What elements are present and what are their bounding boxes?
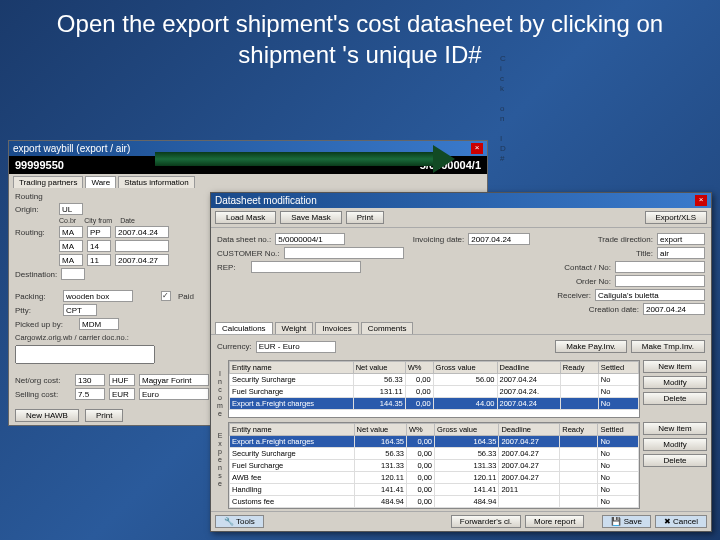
cargo-input[interactable]: [15, 345, 155, 364]
rep-label: REP:: [217, 263, 247, 272]
contact-label: Contact / No:: [564, 263, 611, 272]
invdate-input[interactable]: [468, 233, 530, 245]
table-row[interactable]: Security Surcharge56.330,0056.002007.04.…: [230, 374, 639, 386]
r1c1[interactable]: [59, 226, 83, 238]
r3c1[interactable]: [59, 254, 83, 266]
expense-new-button[interactable]: New item: [643, 422, 707, 435]
new-hawb-button[interactable]: New HAWB: [15, 409, 79, 422]
currency-label: Currency:: [217, 342, 252, 351]
forwarders-button[interactable]: Forwarder's cl.: [451, 515, 521, 528]
tab-invoices[interactable]: Invoices: [315, 322, 358, 334]
contact-input[interactable]: [615, 261, 705, 273]
dsnum-label: Data sheet no.:: [217, 235, 271, 244]
routing-label-1: Routing:: [15, 228, 55, 237]
r2c1[interactable]: [59, 240, 83, 252]
datasheet-titlebar[interactable]: Datasheet modification ×: [211, 193, 711, 208]
origin-input[interactable]: [59, 203, 83, 215]
datasheet-title: Datasheet modification: [215, 195, 317, 206]
close-icon[interactable]: ×: [695, 195, 707, 206]
receiver-label: Receiver:: [557, 291, 591, 300]
arrow-graphic: [155, 148, 455, 170]
more-report-button[interactable]: More report: [525, 515, 584, 528]
picked-input[interactable]: [79, 318, 119, 330]
income-new-button[interactable]: New item: [643, 360, 707, 373]
table-row[interactable]: Customs fee484.940,00484.94No: [230, 496, 639, 508]
r3c2[interactable]: [87, 254, 111, 266]
packing-label: Packing:: [15, 292, 59, 301]
load-mask-button[interactable]: Load Mask: [215, 211, 276, 224]
cdate-input[interactable]: [643, 303, 705, 315]
receiver-input[interactable]: [595, 289, 705, 301]
tab-status[interactable]: Status information: [118, 176, 194, 188]
table-row[interactable]: AWB fee120.110,00120.112007.04.27No: [230, 472, 639, 484]
trade-select[interactable]: [657, 233, 705, 245]
sellcost-label: Selling cost:: [15, 390, 71, 399]
sellcost-input[interactable]: [75, 388, 105, 400]
origin-label: Origin:: [15, 205, 55, 214]
netcost-label: Net/org cost:: [15, 376, 71, 385]
tab-calculations[interactable]: Calculations: [215, 322, 273, 334]
orderno-label: Order No:: [576, 277, 611, 286]
waybill-title: export waybill (export / air): [13, 143, 130, 154]
ds-save-button[interactable]: 💾 Save: [602, 515, 650, 528]
custno-input[interactable]: [284, 247, 404, 259]
r1c2[interactable]: [87, 226, 111, 238]
title-select[interactable]: [657, 247, 705, 259]
r2c2[interactable]: [87, 240, 111, 252]
ds-print-button[interactable]: Print: [346, 211, 384, 224]
dest-label: Destination:: [15, 270, 57, 279]
sellcost-cur[interactable]: [109, 388, 135, 400]
table-row[interactable]: Handling141.410,00141.412011No: [230, 484, 639, 496]
export-xls-button[interactable]: Export/XLS: [645, 211, 707, 224]
packing-select[interactable]: [63, 290, 133, 302]
currency-select[interactable]: [256, 341, 336, 353]
datasheet-tabs: Calculations Weight Invoices Comments: [211, 320, 711, 334]
tab-trading-partners[interactable]: Trading partners: [13, 176, 83, 188]
ds-cancel-button[interactable]: ✖ Cancel: [655, 515, 707, 528]
tools-button[interactable]: 🔧 Tools: [215, 515, 264, 528]
expense-label: Expense: [215, 422, 225, 509]
rep-input[interactable]: [251, 261, 361, 273]
sellcost-sel[interactable]: [139, 388, 209, 400]
make-pay-inv-button[interactable]: Make Pay.Inv.: [555, 340, 627, 353]
slide-title: Open the export shipment's cost datashee…: [0, 0, 720, 70]
r1c3[interactable]: [115, 226, 169, 238]
vertical-hint-text: Cick on ID#: [500, 54, 506, 164]
netcost-sel[interactable]: [139, 374, 209, 386]
print-button[interactable]: Print: [85, 409, 123, 422]
expense-delete-button[interactable]: Delete: [643, 454, 707, 467]
make-tmp-inv-button[interactable]: Make Tmp.Inv.: [631, 340, 705, 353]
income-grid[interactable]: Entity nameNet valueW%Gross valueDeadlin…: [228, 360, 640, 418]
save-mask-button[interactable]: Save Mask: [280, 211, 342, 224]
datasheet-window: Datasheet modification × Load Mask Save …: [210, 192, 712, 532]
expense-grid[interactable]: Entity nameNet valueW%Gross valueDeadlin…: [228, 422, 640, 509]
datasheet-bottom-bar: 🔧 Tools Forwarder's cl. More report 💾 Sa…: [211, 511, 711, 531]
income-modify-button[interactable]: Modify: [643, 376, 707, 389]
paid-checkbox[interactable]: [161, 291, 171, 301]
col-co: Co.br: [59, 217, 76, 224]
table-row[interactable]: Fuel Surcharge131.110,002007.04.24.No: [230, 386, 639, 398]
title-label: Title:: [636, 249, 653, 258]
table-row[interactable]: Security Surcharge56.330,0056.332007.04.…: [230, 448, 639, 460]
table-row[interactable]: Export a.Freight charges144.350,0044.002…: [230, 398, 639, 410]
picked-label: Picked up by:: [15, 320, 75, 329]
cdate-label: Creation date:: [589, 305, 639, 314]
r3c3[interactable]: [115, 254, 169, 266]
ptty-input[interactable]: [63, 304, 97, 316]
tab-comments[interactable]: Comments: [361, 322, 414, 334]
trade-label: Trade direction:: [598, 235, 653, 244]
dest-input[interactable]: [61, 268, 85, 280]
table-row[interactable]: Fuel Surcharge131.330,00131.332007.04.27…: [230, 460, 639, 472]
dsnum-input[interactable]: [275, 233, 345, 245]
netcost-input[interactable]: [75, 374, 105, 386]
custno-label: CUSTOMER No.:: [217, 249, 280, 258]
close-icon[interactable]: ×: [471, 143, 483, 154]
orderno-input[interactable]: [615, 275, 705, 287]
table-row[interactable]: Export a.Freight charges164.350,00164.35…: [230, 436, 639, 448]
tab-ware[interactable]: Ware: [85, 176, 116, 188]
netcost-cur[interactable]: [109, 374, 135, 386]
expense-modify-button[interactable]: Modify: [643, 438, 707, 451]
r2c3[interactable]: [115, 240, 169, 252]
income-delete-button[interactable]: Delete: [643, 392, 707, 405]
tab-weight[interactable]: Weight: [275, 322, 314, 334]
